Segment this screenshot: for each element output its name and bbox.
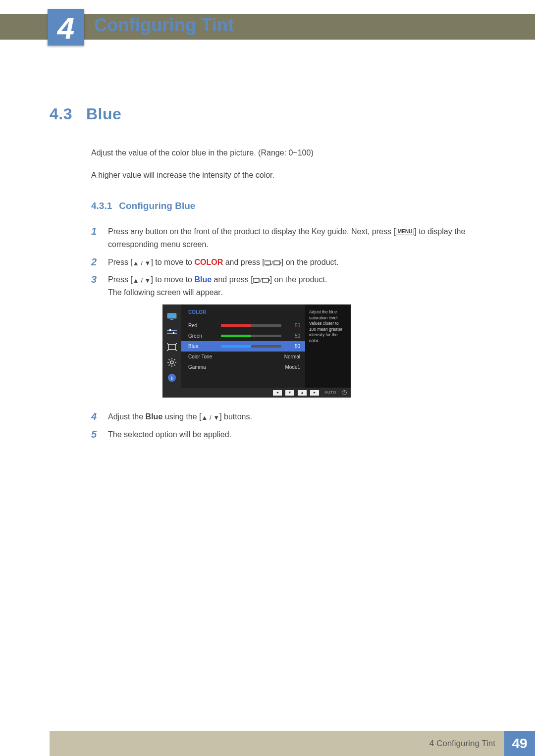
highlight-blue: Blue: [194, 275, 212, 284]
up-icon: ▴: [298, 390, 307, 396]
up-down-icon: ▲ / ▼: [133, 277, 151, 284]
subsection-heading: 4.3.1Configuring Blue: [50, 201, 485, 211]
subsection-number: 4.3.1: [91, 201, 112, 211]
page-content: 4.3Blue Adjust the value of the color bl…: [0, 60, 535, 441]
svg-point-15: [170, 361, 173, 364]
svg-rect-8: [167, 313, 176, 318]
step-body: Press [▲ / ▼] to move to COLOR and press…: [108, 256, 485, 269]
intro-p2: A higher value will increase the intensi…: [91, 169, 485, 181]
step-4: 4 Adjust the Blue using the [▲ / ▼] butt…: [91, 410, 485, 423]
step-5: 5 The selected option will be applied.: [91, 428, 485, 441]
step-number: 5: [91, 428, 99, 441]
step-number: 3: [91, 273, 99, 405]
svg-text:i: i: [171, 375, 172, 381]
gear-icon: [166, 358, 177, 366]
chapter-header: 4 Configuring Tint: [0, 14, 535, 60]
svg-line-22: [169, 365, 170, 366]
osd-screenshot: i COLOR Red 50 Green: [162, 304, 485, 398]
svg-rect-14: [168, 345, 175, 350]
subsection-title: Configuring Blue: [119, 201, 195, 211]
svg-rect-4: [253, 278, 259, 282]
osd-menu: COLOR Red 50 Green 50: [181, 304, 305, 388]
monitor-icon: [166, 312, 177, 320]
size-icon: [166, 343, 177, 351]
source-enter-icon: /: [253, 275, 270, 284]
source-enter-icon: /: [265, 258, 281, 266]
chapter-title: Configuring Tint: [94, 15, 234, 36]
step-body: Press [▲ / ▼] to move to Blue and press …: [108, 273, 485, 405]
page-number: 49: [504, 731, 535, 756]
footer-label: 4 Configuring Tint: [50, 731, 504, 756]
svg-line-21: [174, 365, 175, 366]
svg-rect-13: [173, 332, 174, 334]
svg-rect-10: [167, 330, 177, 331]
step-number: 4: [91, 410, 99, 423]
info-icon: i: [166, 374, 177, 382]
svg-line-23: [174, 359, 175, 360]
auto-label: AUTO: [324, 390, 336, 396]
svg-rect-5: [255, 282, 258, 283]
page-footer: 4 Configuring Tint 49: [0, 731, 535, 756]
down-icon: ▾: [285, 390, 294, 396]
svg-text:/: /: [260, 277, 262, 283]
step-1: 1 Press any button on the front of the p…: [91, 225, 485, 251]
chapter-badge: 4: [48, 9, 84, 46]
step-2: 2 Press [▲ / ▼] to move to COLOR and pre…: [91, 256, 485, 269]
intro-text: Adjust the value of the color blue in th…: [50, 147, 485, 181]
svg-text:/: /: [271, 260, 273, 266]
svg-rect-12: [169, 329, 171, 331]
step-body: Press any button on the front of the pro…: [108, 225, 485, 251]
step-number: 2: [91, 256, 99, 269]
osd-row-blue: Blue 50: [181, 341, 305, 352]
svg-rect-1: [266, 265, 269, 265]
steps-list: 1 Press any button on the front of the p…: [50, 225, 485, 441]
svg-rect-9: [170, 319, 173, 320]
up-down-icon: ▲ / ▼: [202, 414, 220, 421]
highlight-blue-bold: Blue: [146, 412, 163, 421]
step-3: 3 Press [▲ / ▼] to move to Blue and pres…: [91, 273, 485, 405]
svg-line-20: [169, 359, 170, 360]
osd-title: COLOR: [188, 308, 300, 316]
svg-rect-3: [274, 261, 280, 265]
menu-key-label: MENU: [396, 228, 414, 235]
section-title: Blue: [86, 105, 121, 123]
highlight-color: COLOR: [194, 258, 223, 266]
up-down-icon: ▲ / ▼: [133, 259, 151, 267]
osd-row-gamma: Gamma Mode1: [188, 362, 300, 372]
right-icon: ▸: [310, 390, 319, 396]
svg-rect-7: [263, 278, 268, 282]
step-number: 1: [91, 225, 99, 251]
osd-help-panel: Adjust the blue saturation level. Values…: [305, 304, 351, 388]
svg-rect-0: [265, 261, 270, 265]
chapter-number: 4: [57, 13, 74, 44]
svg-rect-11: [167, 333, 177, 334]
osd-row-red: Red 50: [188, 320, 300, 331]
power-icon: [342, 390, 347, 395]
left-icon: ◂: [273, 390, 282, 396]
step-body: The selected option will be applied.: [108, 428, 485, 441]
osd-row-colortone: Color Tone Normal: [188, 352, 300, 362]
osd-footer: ◂ ▾ ▴ ▸ AUTO: [162, 388, 351, 398]
osd-sidebar: i: [162, 304, 181, 388]
section-number: 4.3: [50, 105, 72, 123]
section-heading: 4.3Blue: [50, 105, 485, 123]
step-body: Adjust the Blue using the [▲ / ▼] button…: [108, 410, 485, 423]
intro-p1: Adjust the value of the color blue in th…: [91, 147, 485, 158]
osd-row-green: Green 50: [188, 331, 300, 341]
sliders-icon: [166, 328, 177, 336]
